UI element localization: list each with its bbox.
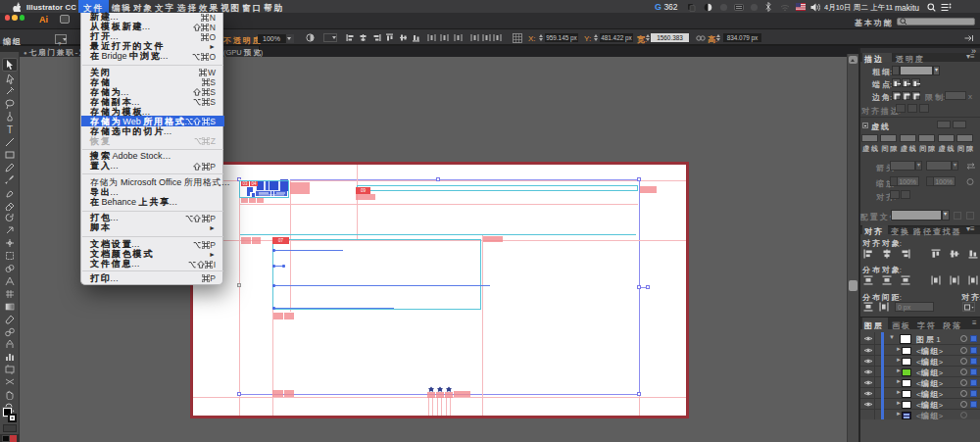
svg-text:T: T [7, 124, 13, 134]
